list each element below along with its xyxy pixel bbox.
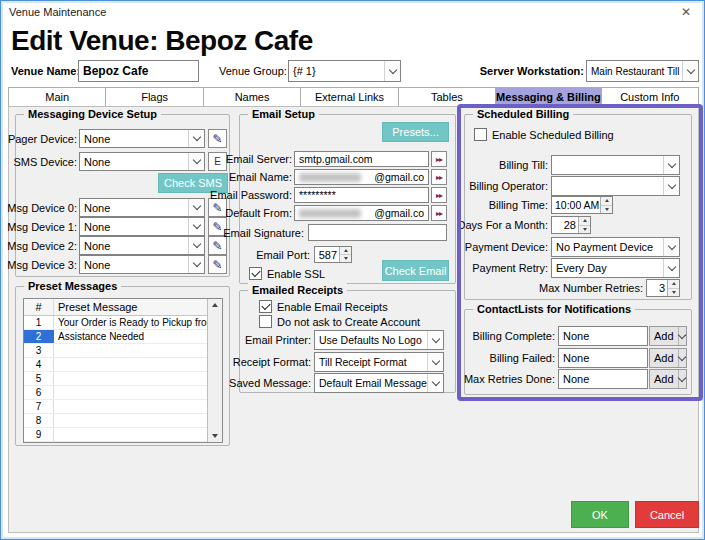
no-create-account-label: Do not ask to Create Account xyxy=(277,312,420,332)
email-server-label: Email Server: xyxy=(191,149,292,169)
billing-time-label: Billing Time: xyxy=(431,195,548,215)
msg-device-1-label: Msg Device 1: xyxy=(7,217,77,237)
email-password-input[interactable]: ********* xyxy=(294,187,429,203)
email-name-label: Email Name: xyxy=(191,167,292,187)
payment-retry-select[interactable]: Every Day xyxy=(551,258,680,278)
billing-till-select[interactable] xyxy=(551,155,680,175)
default-from-input[interactable]: @gmail.co xyxy=(294,205,429,221)
pager-edit-message-button[interactable]: ✎ xyxy=(208,129,227,148)
msg-device-3-select[interactable]: None xyxy=(79,255,205,274)
chevron-down-icon[interactable] xyxy=(678,327,686,345)
max-retries-done-label: Max Retries Done: xyxy=(421,369,555,389)
group-title: Messaging Device Setup xyxy=(24,107,161,121)
sms-device-label: SMS Device: xyxy=(7,152,77,172)
venue-group-label: Venue Group: xyxy=(219,61,285,81)
scroll-down-icon[interactable] xyxy=(212,434,218,438)
pager-device-select[interactable]: None xyxy=(79,129,205,148)
no-create-account-checkbox[interactable] xyxy=(259,315,272,328)
payment-retry-label: Payment Retry: xyxy=(431,258,548,278)
payment-device-select[interactable]: No Payment Device xyxy=(551,237,680,257)
msg-device-0-select[interactable]: None xyxy=(79,198,205,217)
chevron-down-icon[interactable] xyxy=(678,370,686,388)
chevron-down-icon xyxy=(188,256,204,273)
venue-name-label: Venue Name: xyxy=(11,61,75,81)
window-title: Venue Maintenance xyxy=(9,6,106,18)
group-title: ContactLists for Notifications xyxy=(473,302,635,316)
email-signature-label: Email Signature: xyxy=(191,223,304,243)
max-number-retries-label: Max Number Retries: xyxy=(511,278,643,298)
msg-device-1-select[interactable]: None xyxy=(79,217,205,236)
max-retries-done-add-button[interactable]: Add xyxy=(649,369,687,389)
email-port-stepper[interactable]: 587 xyxy=(314,246,352,263)
enable-scheduled-billing-checkbox[interactable] xyxy=(474,128,487,141)
billing-complete-add-button[interactable]: Add xyxy=(649,326,687,346)
email-port-label: Email Port: xyxy=(211,245,310,265)
default-from-label: Default From: xyxy=(191,203,292,223)
max-retries-done-input[interactable]: None xyxy=(558,369,648,389)
table-row[interactable]: 8 xyxy=(24,414,207,428)
table-row[interactable]: 9 xyxy=(24,428,207,442)
spin-up-icon[interactable] xyxy=(579,217,590,226)
email-name-input[interactable]: @gmail.co xyxy=(294,169,429,185)
cancel-button[interactable]: Cancel xyxy=(635,501,699,528)
billing-failed-label: Billing Failed: xyxy=(421,348,555,368)
close-icon[interactable]: ✕ xyxy=(678,5,694,20)
billing-complete-label: Billing Complete: xyxy=(421,326,555,346)
tab-messaging-billing[interactable]: Messaging & Billing xyxy=(495,87,601,107)
enable-ssl-checkbox[interactable] xyxy=(249,267,262,280)
payment-device-label: Payment Device: xyxy=(431,237,548,257)
max-number-retries-stepper[interactable]: 3 xyxy=(646,279,680,297)
tab-external-links[interactable]: External Links xyxy=(300,87,397,107)
billing-till-label: Billing Till: xyxy=(431,155,548,175)
server-workstation-label: Server Workstation: xyxy=(407,61,584,81)
presets-button[interactable]: Presets... xyxy=(382,122,449,142)
table-row[interactable]: 1Your Order is Ready to Pickup from t... xyxy=(24,316,207,330)
billing-time-stepper[interactable]: 10:00 AM xyxy=(551,196,613,214)
server-workstation-value: Main Restaurant Till 1 xyxy=(587,61,682,81)
page-title: Edit Venue: Bepoz Cafe xyxy=(11,25,313,57)
spin-up-icon[interactable] xyxy=(668,280,679,289)
tab-custom-info[interactable]: Custom Info xyxy=(601,87,699,107)
spin-down-icon[interactable] xyxy=(601,206,612,214)
table-row[interactable]: 5 xyxy=(24,372,207,386)
server-workstation-select[interactable]: Main Restaurant Till 1 xyxy=(586,60,699,82)
email-server-input[interactable]: smtp.gmail.com xyxy=(294,151,429,167)
sms-device-select[interactable]: None xyxy=(79,152,205,171)
billing-operator-select[interactable] xyxy=(551,176,680,196)
spin-up-icon[interactable] xyxy=(601,197,612,206)
table-row-selected[interactable]: 2Assistance Needed xyxy=(24,330,207,344)
chevron-down-icon[interactable] xyxy=(678,349,686,367)
days-for-month-stepper[interactable]: 28 xyxy=(551,216,591,234)
msg-device-2-select[interactable]: None xyxy=(79,236,205,255)
col-header-message: Preset Message xyxy=(54,301,207,313)
spin-down-icon[interactable] xyxy=(579,226,590,234)
spin-up-icon[interactable] xyxy=(340,247,351,255)
group-title: Scheduled Billing xyxy=(473,107,573,121)
enable-email-receipts-checkbox[interactable] xyxy=(259,300,272,313)
table-row[interactable]: 3 xyxy=(24,344,207,358)
table-row[interactable]: 6 xyxy=(24,386,207,400)
venue-group-select[interactable]: {# 1} xyxy=(288,60,401,82)
ok-button[interactable]: OK xyxy=(571,501,629,528)
billing-failed-add-button[interactable]: Add xyxy=(649,348,687,368)
email-signature-input[interactable] xyxy=(308,224,447,241)
table-row[interactable]: 4 xyxy=(24,358,207,372)
venue-name-input[interactable]: Bepoz Cafe xyxy=(78,60,199,82)
tab-main[interactable]: Main xyxy=(8,87,105,107)
email-printer-label: Email Printer: xyxy=(211,330,311,350)
venue-maintenance-window: Venue Maintenance ✕ Edit Venue: Bepoz Ca… xyxy=(0,0,705,540)
table-row[interactable]: 7 xyxy=(24,400,207,414)
enable-scheduled-billing-label: Enable Scheduled Billing xyxy=(492,125,614,145)
group-title: Email Setup xyxy=(248,107,319,121)
chevron-down-icon xyxy=(188,130,204,147)
billing-complete-input[interactable]: None xyxy=(558,326,648,346)
chevron-down-icon xyxy=(663,238,679,256)
billing-failed-input[interactable]: None xyxy=(558,348,648,368)
scroll-up-icon[interactable] xyxy=(212,303,218,307)
spin-down-icon[interactable] xyxy=(340,255,351,262)
tab-names[interactable]: Names xyxy=(203,87,300,107)
tab-flags[interactable]: Flags xyxy=(105,87,202,107)
spin-down-icon[interactable] xyxy=(668,289,679,297)
tab-tables[interactable]: Tables xyxy=(398,87,495,107)
chevron-down-icon xyxy=(384,61,400,81)
